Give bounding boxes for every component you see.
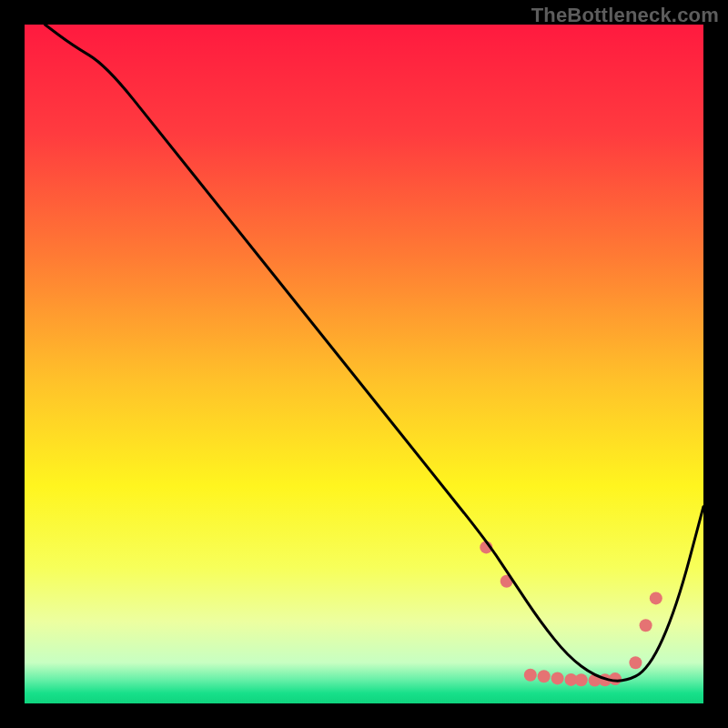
data-point bbox=[538, 670, 551, 682]
data-point bbox=[650, 592, 662, 604]
data-point bbox=[629, 656, 642, 669]
data-point bbox=[640, 619, 652, 632]
bottleneck-curve bbox=[45, 25, 703, 681]
chart-stage: TheBottleneck.com bbox=[0, 0, 728, 728]
chart-svg bbox=[25, 25, 703, 703]
data-point bbox=[524, 669, 537, 682]
plot-area bbox=[25, 25, 703, 703]
data-point-markers bbox=[480, 541, 662, 686]
data-point bbox=[551, 672, 564, 684]
data-point bbox=[575, 673, 588, 686]
